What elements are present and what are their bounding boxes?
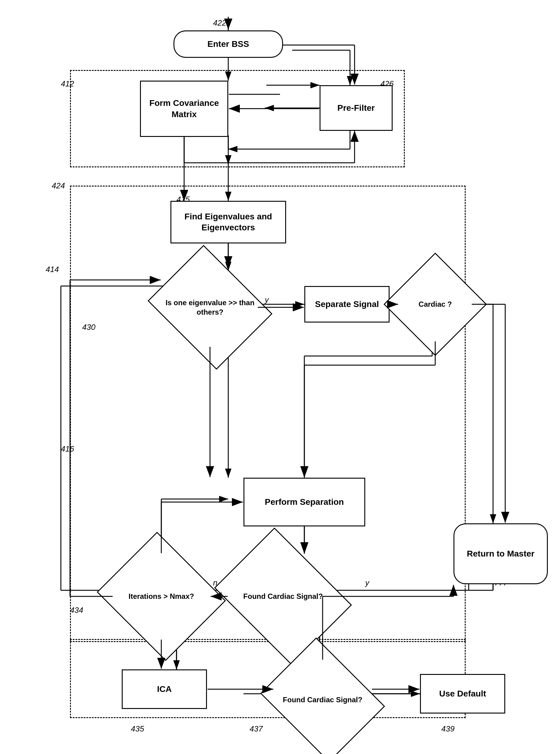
found-cardiac-signal-diamond: Found Cardiac Signal? (228, 554, 338, 639)
form-covariance-node: Form Covariance Matrix (140, 81, 228, 137)
perform-separation-node: Perform Separation (243, 478, 365, 526)
cardiac-diamond: Cardiac ? (399, 268, 472, 341)
label-414: 414 (46, 265, 59, 274)
flowchart-diagram: 422 412 426 424 415 428 414 430 431 433 … (0, 0, 560, 754)
eigenvalue-diamond: Is one eigenvalue >> than others? (161, 268, 259, 347)
label-424: 424 (52, 181, 65, 190)
use-default-node: Use Default (420, 674, 505, 714)
pre-filter-node: Pre-Filter (320, 85, 393, 131)
label-437: 437 (249, 724, 263, 734)
separate-signal-node: Separate Signal (304, 286, 389, 323)
find-eigenvalues-node: Find Eigenvalues and Eigenvectors (171, 201, 286, 243)
found-cardiac-signal2-diamond: Found Cardiac Signal? (274, 660, 371, 739)
label-439: 439 (441, 724, 454, 734)
ica-node: ICA (122, 669, 207, 709)
iterations-nmax-diamond: Iterations > Nmax? (113, 554, 210, 639)
label-422: 422 (213, 18, 226, 28)
enter-bss-node: Enter BSS (174, 30, 283, 58)
return-to-master-node: Return to Master (454, 523, 548, 584)
label-435: 435 (131, 724, 144, 734)
